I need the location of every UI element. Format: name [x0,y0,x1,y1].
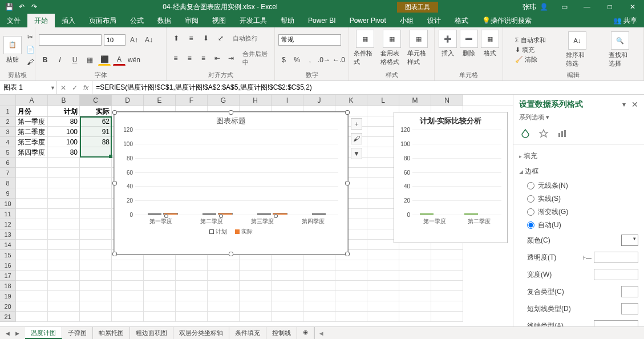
row-header[interactable]: 7 [0,168,16,178]
cell[interactable] [176,312,208,322]
indent-inc-icon[interactable]: ⇥ [225,53,237,64]
tab-insert[interactable]: 插入 [55,14,82,27]
cell[interactable] [335,312,367,322]
cell[interactable]: 62 [80,116,112,127]
sheet-tab[interactable]: 子弹图 [62,327,93,339]
cell[interactable] [367,260,399,271]
cell[interactable] [335,281,367,291]
cell[interactable] [431,271,463,281]
dec-decimal-icon[interactable]: ←.0 [333,54,345,66]
col-header[interactable]: D [112,95,144,106]
col-header[interactable]: I [272,95,303,106]
cell[interactable] [208,260,240,271]
cell[interactable]: 实际 [80,106,112,116]
cell[interactable] [16,219,48,229]
no-line-radio[interactable] [527,182,534,189]
cell[interactable] [112,281,144,291]
cell[interactable] [48,281,80,291]
cell[interactable] [176,260,208,271]
cell[interactable] [367,271,399,281]
cell[interactable] [431,281,463,291]
series-options-dropdown[interactable]: 系列选项 [519,114,544,120]
chart-elements-button[interactable]: ＋ [351,118,362,130]
tab-file[interactable]: 文件 [0,14,27,27]
cell[interactable] [80,199,112,209]
auto-line-radio[interactable] [527,221,534,229]
cell[interactable] [16,260,48,271]
sheet-nav-prev-icon[interactable]: ◄ [5,330,11,337]
cell-styles-button[interactable]: ▦单元格样式 [407,30,430,70]
row-header[interactable]: 11 [0,209,16,219]
row-header[interactable]: 5 [0,147,16,158]
cell[interactable] [399,291,431,301]
cell[interactable] [48,229,80,240]
format-painter-icon[interactable]: 🖌 [24,56,37,68]
cell[interactable] [112,271,144,281]
cell[interactable] [303,271,335,281]
cell[interactable] [272,301,303,312]
cell[interactable] [16,240,48,250]
undo-icon[interactable]: ↶ [17,2,26,11]
tab-help[interactable]: 帮助 [274,14,301,27]
table-format-button[interactable]: ▦套用表格格式 [380,30,403,70]
col-header[interactable]: F [176,95,208,106]
col-header[interactable]: E [144,95,176,106]
cell[interactable]: 88 [80,137,112,147]
cell[interactable] [208,312,240,322]
ribbon-display-icon[interactable]: ▭ [553,0,576,14]
cell[interactable] [48,271,80,281]
cell[interactable] [80,219,112,229]
cell[interactable] [272,281,303,291]
cell[interactable] [399,281,431,291]
sheet-tab[interactable]: 帕累托图 [93,327,130,339]
cell[interactable] [112,291,144,301]
tab-review[interactable]: 审阅 [178,14,205,27]
sheet-tab[interactable]: 条件填充 [229,327,266,339]
series-options-tab-icon[interactable] [556,127,568,140]
cell[interactable]: 100 [48,137,80,147]
cell[interactable] [48,312,80,322]
cell[interactable] [80,291,112,301]
cut-icon[interactable]: ✂ [24,31,37,43]
align-middle-icon[interactable]: ≡ [185,33,197,44]
cell[interactable] [80,312,112,322]
row-header[interactable]: 13 [0,229,16,240]
legend-item[interactable]: 计划 [209,228,227,236]
tab-layout[interactable]: 页面布局 [82,14,123,27]
cell[interactable] [176,281,208,291]
cell[interactable] [112,260,144,271]
cell[interactable] [303,301,335,312]
cell[interactable] [80,281,112,291]
cell[interactable]: 第三季度 [16,137,48,147]
cell[interactable] [16,199,48,209]
cell[interactable] [16,229,48,240]
worksheet[interactable]: A B C D E F G H I J K L M N 1月份计划实际2第一季度… [0,95,513,326]
cell[interactable] [144,271,176,281]
tab-home[interactable]: 开始 [27,14,55,27]
fill-line-tab-icon[interactable] [519,127,532,140]
row-header[interactable]: 6 [0,158,16,168]
find-select-button[interactable]: 🔍查找和选择 [609,31,631,68]
orientation-icon[interactable]: ⤢ [214,33,227,44]
maximize-icon[interactable]: □ [598,0,621,14]
cell[interactable] [240,312,272,322]
inc-decimal-icon[interactable]: .0→ [318,54,330,66]
col-header[interactable]: K [335,95,367,106]
cell[interactable] [335,271,367,281]
pane-menu-icon[interactable]: ▾ [622,100,626,108]
cell[interactable] [16,271,48,281]
merge-button[interactable]: 合并后居中 [242,50,271,67]
format-cells-button[interactable]: ▦格式 [480,30,499,70]
cell[interactable] [16,291,48,301]
cell[interactable] [303,281,335,291]
cell[interactable] [16,178,48,188]
sheet-tab[interactable]: 控制线 [266,327,297,339]
paste-button[interactable]: 📋 粘贴 [3,36,22,64]
row-header[interactable]: 12 [0,219,16,229]
fill-button[interactable]: ⬇ 填充 [515,46,546,54]
cell[interactable] [16,250,48,260]
cell[interactable] [208,301,240,312]
border-color-picker[interactable]: ▾ [621,235,638,246]
cell[interactable]: 第四季度 [16,147,48,158]
comma-icon[interactable]: , [305,54,315,66]
